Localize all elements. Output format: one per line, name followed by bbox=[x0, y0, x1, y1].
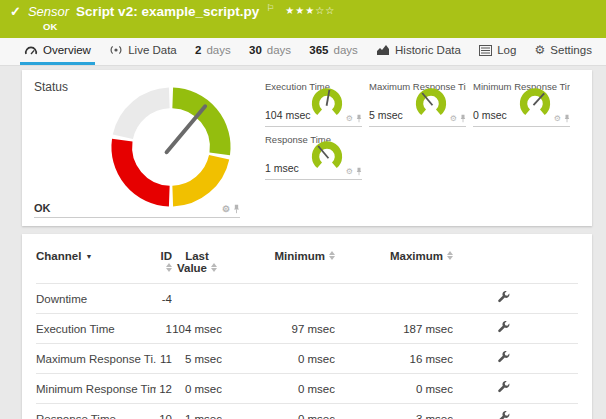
tab-365-days-number: 365 bbox=[309, 44, 328, 56]
channel-settings-wrench-icon[interactable] bbox=[497, 411, 510, 419]
column-header-actions bbox=[453, 242, 578, 284]
tab-bar: Overview Live Data 2 days 30 days 365 da… bbox=[0, 38, 606, 66]
status-gauge-needle bbox=[167, 106, 206, 152]
sort-icon[interactable] bbox=[447, 251, 453, 260]
pin-icon[interactable] bbox=[564, 114, 570, 123]
sort-caret-down-icon: ▼ bbox=[85, 253, 92, 260]
sensor-title: Script v2: example_script.py bbox=[76, 4, 259, 20]
channel-settings-wrench-icon[interactable] bbox=[497, 291, 510, 304]
mini-gauge bbox=[310, 140, 344, 173]
tab-log[interactable]: Log bbox=[475, 38, 520, 65]
donut-segment-up bbox=[173, 98, 220, 154]
channels-table: Channel▼ ID Last Value Minimum Maximum bbox=[36, 242, 578, 419]
donut-segment-warning bbox=[173, 157, 219, 196]
channel-id: 10 bbox=[156, 404, 172, 419]
channel-minimum: 0 msec bbox=[222, 344, 335, 374]
column-header-channel[interactable]: Channel▼ bbox=[36, 242, 156, 284]
gauge-value: 1 msec bbox=[265, 162, 299, 174]
gauge-card-minimum-response-time: Minimum Response Time 0 msec ⚙ bbox=[473, 81, 570, 127]
gauge-value: 104 msec bbox=[265, 109, 311, 121]
status-check-icon: ✓ bbox=[10, 4, 21, 20]
channel-id: 12 bbox=[156, 374, 172, 404]
gear-icon[interactable]: ⚙ bbox=[346, 168, 353, 176]
column-header-id[interactable]: ID bbox=[156, 242, 172, 284]
channel-maximum bbox=[335, 284, 453, 314]
sort-icon[interactable] bbox=[329, 251, 335, 260]
tab-365-days-label: days bbox=[334, 44, 358, 56]
channel-settings-wrench-icon[interactable] bbox=[497, 381, 510, 394]
status-footer-value: OK bbox=[34, 202, 51, 214]
mini-gauges-grid: Execution Time 104 msec ⚙ Maximum Re bbox=[265, 78, 570, 218]
tab-overview[interactable]: Overview bbox=[20, 38, 95, 65]
mini-gauge bbox=[310, 87, 344, 120]
tab-live-data-label: Live Data bbox=[128, 44, 177, 56]
channel-name[interactable]: Downtime bbox=[36, 284, 156, 314]
gear-icon[interactable]: ⚙ bbox=[450, 115, 457, 123]
column-header-minimum[interactable]: Minimum bbox=[222, 242, 335, 284]
pin-icon[interactable] bbox=[460, 114, 466, 123]
gear-icon[interactable]: ⚙ bbox=[554, 115, 561, 123]
tab-historic-data-label: Historic Data bbox=[395, 44, 461, 56]
tab-30-days-label: days bbox=[267, 44, 291, 56]
object-kind-label: Sensor bbox=[28, 4, 69, 20]
column-header-last-value[interactable]: Last Value bbox=[172, 242, 222, 284]
log-list-icon bbox=[479, 45, 492, 56]
tab-overview-label: Overview bbox=[43, 44, 91, 56]
channel-last-value: 104 msec bbox=[172, 314, 222, 344]
pin-icon[interactable] bbox=[233, 204, 240, 214]
tab-30-days[interactable]: 30 days bbox=[245, 38, 295, 65]
tab-live-data[interactable]: Live Data bbox=[105, 38, 181, 65]
priority-stars[interactable]: ★★★☆☆ bbox=[285, 3, 335, 19]
status-footer: OK ⚙ bbox=[34, 202, 240, 218]
table-row: Maximum Response Ti... 11 5 msec 0 msec … bbox=[36, 344, 578, 374]
tab-30-days-number: 30 bbox=[249, 44, 262, 56]
mini-gauge bbox=[414, 87, 448, 120]
status-donut-gauge bbox=[108, 84, 234, 210]
channel-last-value: 0 msec bbox=[172, 374, 222, 404]
pin-icon[interactable] bbox=[356, 167, 362, 176]
gear-icon[interactable]: ⚙ bbox=[346, 115, 353, 123]
donut-segment-none bbox=[123, 98, 169, 137]
channel-name[interactable]: Execution Time bbox=[36, 314, 156, 344]
channel-maximum: 187 msec bbox=[335, 314, 453, 344]
channel-settings-wrench-icon[interactable] bbox=[497, 321, 510, 334]
gear-icon: ⚙ bbox=[535, 44, 546, 56]
sensor-status-text: OK bbox=[43, 21, 596, 32]
gauge-value: 0 msec bbox=[473, 109, 507, 121]
sort-icon[interactable] bbox=[211, 263, 217, 272]
channel-settings-wrench-icon[interactable] bbox=[497, 351, 510, 364]
gauge-card-maximum-response-time: Maximum Response Time 5 msec ⚙ bbox=[369, 81, 466, 127]
pin-icon[interactable] bbox=[356, 114, 362, 123]
column-header-maximum[interactable]: Maximum bbox=[335, 242, 453, 284]
channel-id: -4 bbox=[156, 284, 172, 314]
tab-2-days-label: days bbox=[206, 44, 230, 56]
live-signal-icon bbox=[109, 44, 123, 56]
table-row: Minimum Response Time 12 0 msec 0 msec 0… bbox=[36, 374, 578, 404]
tab-365-days[interactable]: 365 days bbox=[305, 38, 361, 65]
gauges-panel: Status OK ⚙ bbox=[22, 70, 592, 226]
channel-maximum: 0 msec bbox=[335, 374, 453, 404]
gauge-icon bbox=[24, 44, 38, 56]
overview-content: Status OK ⚙ bbox=[0, 66, 606, 419]
tab-2-days-number: 2 bbox=[195, 44, 201, 56]
gauge-value: 5 msec bbox=[369, 109, 403, 121]
table-row: Downtime -4 bbox=[36, 284, 578, 314]
tab-log-label: Log bbox=[497, 44, 516, 56]
table-row: Execution Time 1 104 msec 97 msec 187 ms… bbox=[36, 314, 578, 344]
channel-name[interactable]: Minimum Response Time bbox=[36, 374, 156, 404]
channel-name[interactable]: Response Time bbox=[36, 404, 156, 419]
tab-settings[interactable]: ⚙ Settings bbox=[531, 38, 596, 65]
channel-name[interactable]: Maximum Response Ti... bbox=[36, 344, 156, 374]
tab-historic-data[interactable]: Historic Data bbox=[372, 38, 465, 65]
sort-icon[interactable] bbox=[166, 263, 172, 272]
channel-minimum bbox=[222, 284, 335, 314]
channel-maximum: 3 msec bbox=[335, 404, 453, 419]
channel-minimum: 97 msec bbox=[222, 314, 335, 344]
status-gauge-card: Status OK ⚙ bbox=[34, 78, 234, 218]
gauge-card-execution-time: Execution Time 104 msec ⚙ bbox=[265, 81, 362, 127]
tab-2-days[interactable]: 2 days bbox=[191, 38, 235, 65]
channel-minimum: 0 msec bbox=[222, 374, 335, 404]
flag-icon[interactable]: ⚐ bbox=[266, 0, 274, 16]
gear-icon[interactable]: ⚙ bbox=[222, 205, 230, 214]
donut-segment-down bbox=[122, 140, 169, 196]
